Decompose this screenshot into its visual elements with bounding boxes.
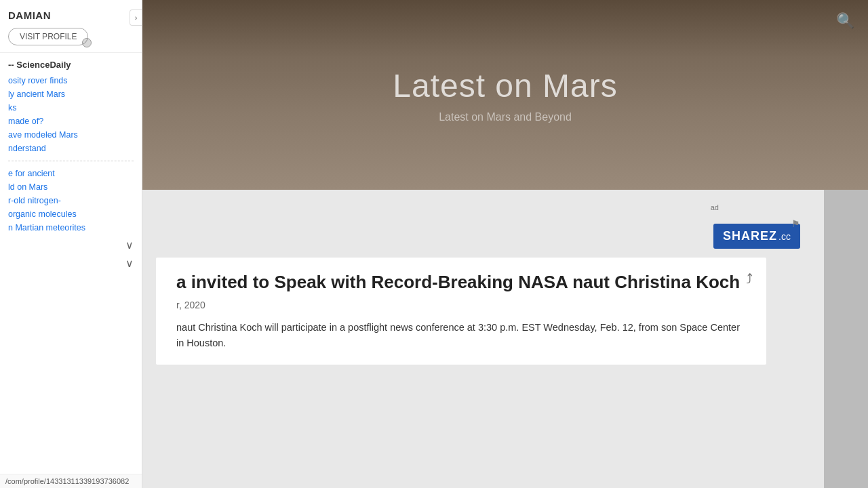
- article-container: a invited to Speak with Record-Breaking …: [156, 258, 766, 365]
- search-icon[interactable]: 🔍: [836, 12, 854, 30]
- sidebar-chevron-row-2[interactable]: ∨: [0, 254, 142, 272]
- sidebar-link-7[interactable]: e for ancient: [0, 167, 142, 180]
- share-icon[interactable]: ⤴: [746, 271, 753, 287]
- sidebar-link-8[interactable]: ld on Mars: [0, 180, 142, 194]
- sidebar-bottom-url: /com/profile/14331311339193736082: [0, 474, 142, 488]
- sidebar-divider: [8, 161, 134, 161]
- sidebar-links-group1: osity rover finds ly ancient Mars ks mad…: [0, 73, 142, 157]
- ad-label: ad: [711, 203, 719, 211]
- right-ad-strip-top: [824, 190, 868, 430]
- article-body: naut Christina Koch will participate in …: [176, 320, 746, 351]
- sharez-widget[interactable]: SHAREZ .cc: [713, 224, 800, 249]
- sidebar-links-group2: e for ancient ld on Mars r-old nitrogen-…: [0, 165, 142, 236]
- right-ad-strip-bottom: [824, 407, 868, 488]
- sidebar-link-2[interactable]: ly ancient Mars: [0, 87, 142, 101]
- hero-banner: 🔍 Latest on Mars Latest on Mars and Beyo…: [142, 0, 868, 190]
- sidebar-username: DAMIAN: [8, 9, 134, 21]
- sidebar: DAMIAN VISIT PROFILE › -- ScienceDaily o…: [0, 0, 142, 488]
- sidebar-collapse-button[interactable]: ›: [130, 9, 142, 26]
- main-content: 🔍 Latest on Mars Latest on Mars and Beyo…: [142, 0, 868, 488]
- sidebar-link-1[interactable]: osity rover finds: [0, 74, 142, 87]
- hero-subtitle: Latest on Mars and Beyond: [439, 111, 572, 123]
- hero-title: Latest on Mars: [393, 67, 617, 104]
- sidebar-link-5[interactable]: ave modeled Mars: [0, 128, 142, 142]
- sidebar-link-11[interactable]: n Martian meteorites: [0, 221, 142, 235]
- sidebar-link-10[interactable]: organic molecules: [0, 207, 142, 221]
- article-date: r, 2020: [176, 300, 746, 310]
- flag-icon[interactable]: ⚑: [791, 218, 800, 229]
- sidebar-header: DAMIAN VISIT PROFILE: [0, 0, 142, 53]
- sidebar-link-3[interactable]: ks: [0, 101, 142, 115]
- sidebar-section-title: -- ScienceDaily: [0, 53, 142, 73]
- sidebar-link-4[interactable]: made of?: [0, 115, 142, 128]
- sidebar-chevron-row-1[interactable]: ∨: [0, 236, 142, 254]
- visit-profile-button[interactable]: VISIT PROFILE: [8, 28, 88, 45]
- sidebar-link-9[interactable]: r-old nitrogen-: [0, 194, 142, 207]
- article-title: a invited to Speak with Record-Breaking …: [176, 271, 746, 294]
- cursor-indicator: [82, 38, 92, 47]
- content-area: ad SHAREZ .cc ⚑ a invited to Speak with …: [142, 190, 868, 488]
- sharez-text: SHAREZ: [723, 229, 777, 243]
- sharez-suffix: .cc: [778, 231, 791, 242]
- sidebar-link-6[interactable]: nderstand: [0, 142, 142, 155]
